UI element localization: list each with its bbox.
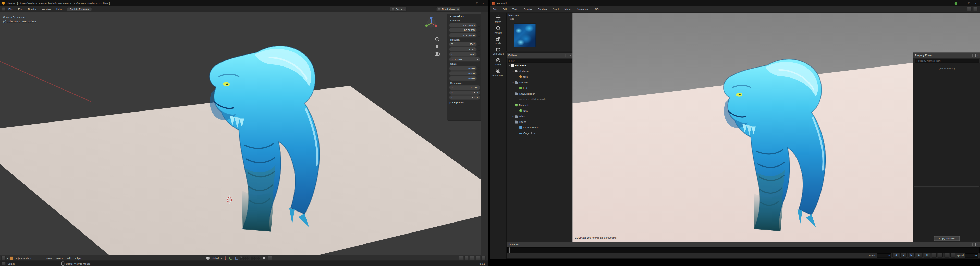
lock-icon[interactable] — [478, 34, 480, 37]
menu-edit[interactable]: Edit — [15, 8, 25, 11]
material-thumbnail[interactable] — [514, 24, 536, 47]
menu-model[interactable]: Model — [562, 8, 574, 11]
rotate-manipulator-icon[interactable] — [229, 256, 233, 260]
zoom-button[interactable] — [434, 36, 440, 42]
outliner-item-origin-axis[interactable]: Origin Axis — [507, 130, 573, 136]
menu-animation[interactable]: Animation — [574, 8, 591, 11]
timeline-header[interactable]: Time Line × — [507, 242, 980, 247]
location-z-field[interactable]: -19.59856 — [449, 33, 477, 38]
menu-add[interactable]: Add — [67, 256, 71, 260]
mode-dropdown[interactable]: Object Mode — [15, 256, 29, 260]
move-tool-button[interactable]: Move — [491, 14, 505, 24]
close-icon[interactable]: × — [570, 54, 571, 57]
outliner-item-scene[interactable]: ▾Scene — [507, 119, 573, 125]
layer-grid-2[interactable] — [251, 256, 261, 260]
rotation-mode-dropdown[interactable]: XYZ Euler▾ — [449, 57, 480, 62]
go-to-start-button[interactable]: |◀ — [892, 253, 899, 257]
scale-x-field[interactable]: X0.050 — [449, 66, 477, 71]
pan-button[interactable] — [434, 43, 440, 49]
scale-manipulator-icon[interactable] — [235, 256, 239, 260]
autocomp-tool-button[interactable]: AutoComp — [491, 67, 505, 78]
menu-lod[interactable]: LOD — [591, 8, 601, 11]
minimize-icon[interactable]: − — [962, 2, 963, 5]
expand-arrow-icon[interactable]: ▾ — [511, 81, 514, 83]
orthographic-toggle-icon[interactable] — [476, 256, 480, 260]
scale-z-field[interactable]: Z0.050 — [449, 76, 477, 81]
viewport-render-icon[interactable] — [481, 256, 486, 260]
undock-icon[interactable] — [565, 54, 568, 57]
step-back-button[interactable]: ◀ — [900, 253, 907, 257]
timeline-option-button-2[interactable] — [938, 253, 943, 257]
outliner-item-root[interactable]: root — [507, 74, 573, 80]
rotation-z-field[interactable]: Z229° — [449, 52, 477, 56]
unlink-scene-icon[interactable]: × — [404, 8, 405, 11]
outliner-item-materials[interactable]: ▾Materials — [507, 102, 573, 108]
mute-tool-button[interactable]: Mute — [491, 56, 505, 67]
editor-titlebar[interactable]: test.vmdl − □ × — [490, 0, 980, 6]
display-mode-icon[interactable] — [465, 256, 469, 260]
maximize-icon[interactable]: □ — [476, 2, 478, 5]
outliner-header[interactable]: Outliner × — [507, 53, 573, 58]
property-editor-header[interactable]: Property Editor × — [913, 53, 980, 58]
camera-view-button[interactable] — [434, 51, 440, 56]
menu-file[interactable]: File — [490, 8, 500, 11]
outliner-item-files[interactable]: ▸Files — [507, 113, 573, 119]
step-forward-button[interactable]: ▶| — [916, 253, 923, 257]
collapsed-arrow-icon[interactable]: ▸ — [511, 115, 514, 117]
box-scale-tool-button[interactable]: Box Scale — [491, 46, 505, 56]
panel-splitter[interactable] — [914, 186, 980, 187]
expand-arrow-icon[interactable]: ▾ — [511, 93, 514, 95]
editor-type-icon[interactable] — [1, 256, 6, 260]
snap-element-icon[interactable] — [268, 256, 272, 260]
outliner-filter-input[interactable] — [508, 59, 572, 63]
rotation-y-field[interactable]: Y72.4° — [449, 47, 477, 52]
layer-grid-1[interactable] — [240, 256, 250, 260]
loop-button[interactable]: ↻ — [924, 253, 930, 257]
translate-manipulator-icon[interactable] — [224, 256, 228, 260]
maximize-icon[interactable]: □ — [968, 2, 970, 5]
close-icon[interactable]: × — [977, 243, 979, 246]
layout-icon[interactable] — [973, 7, 977, 11]
orientation-dropdown[interactable]: Global — [212, 256, 219, 260]
lock-icon[interactable] — [478, 77, 480, 80]
location-y-field[interactable]: -32.62985 — [449, 28, 477, 32]
outliner-item-collision-mesh[interactable]: NULL collision mesh — [507, 96, 573, 102]
minimize-icon[interactable]: − — [470, 2, 472, 5]
dimensions-z-field[interactable]: Z9.872 — [449, 95, 480, 100]
outliner-item-meshes[interactable]: ▾Meshes — [507, 80, 573, 85]
close-icon[interactable]: × — [977, 54, 979, 57]
frame-input[interactable]: 0 — [877, 253, 891, 257]
play-button[interactable]: ▶ — [908, 253, 915, 257]
rotate-tool-button[interactable]: Rotate — [491, 24, 505, 35]
menu-file[interactable]: File — [6, 8, 15, 11]
scale-tool-button[interactable]: Scale — [491, 35, 505, 46]
undock-icon[interactable] — [973, 54, 976, 57]
expand-arrow-icon[interactable]: ▾ — [508, 64, 511, 67]
outliner-item-null-collision[interactable]: ▾NULL collision — [507, 91, 573, 96]
undock-icon[interactable] — [973, 243, 976, 246]
proportional-edit-icon[interactable] — [470, 256, 474, 260]
transform-panel-header[interactable]: ▼ Transform — [448, 14, 481, 19]
unlink-renderlayer-icon[interactable]: × — [457, 8, 459, 11]
timeline-option-button-3[interactable] — [944, 253, 949, 257]
copy-window-button[interactable]: Copy Window — [934, 236, 959, 241]
blender-titlebar[interactable]: Blender* [E:\Users\Ben\Documents\Blender… — [0, 0, 488, 6]
navigation-gizmo[interactable] — [423, 14, 440, 32]
back-to-previous-button[interactable]: Back to Previous — [67, 7, 92, 11]
outliner-item-mesh-test[interactable]: test — [507, 85, 573, 91]
blender-3d-viewport[interactable]: Camera Perspective (2) Collection 1 | Te… — [0, 12, 481, 255]
viewport-shading-icon[interactable] — [206, 256, 210, 260]
expand-arrow-icon[interactable]: ▾ — [511, 104, 514, 106]
menu-edit[interactable]: Edit — [500, 8, 510, 11]
property-filter-input[interactable] — [915, 59, 979, 63]
lock-icon[interactable] — [478, 53, 480, 56]
scene-selector[interactable]: Scene × — [390, 7, 407, 11]
rotation-x-field[interactable]: X204° — [449, 42, 477, 46]
lock-icon[interactable] — [478, 43, 480, 46]
menu-object[interactable]: Object — [75, 256, 83, 260]
snap-magnet-icon[interactable] — [262, 256, 266, 260]
outliner-item-skeleton[interactable]: ▾Skeleton — [507, 68, 573, 74]
timeline-option-button-1[interactable] — [932, 253, 937, 257]
lock-icon[interactable] — [478, 48, 480, 51]
menu-asset[interactable]: Asset — [550, 8, 562, 11]
